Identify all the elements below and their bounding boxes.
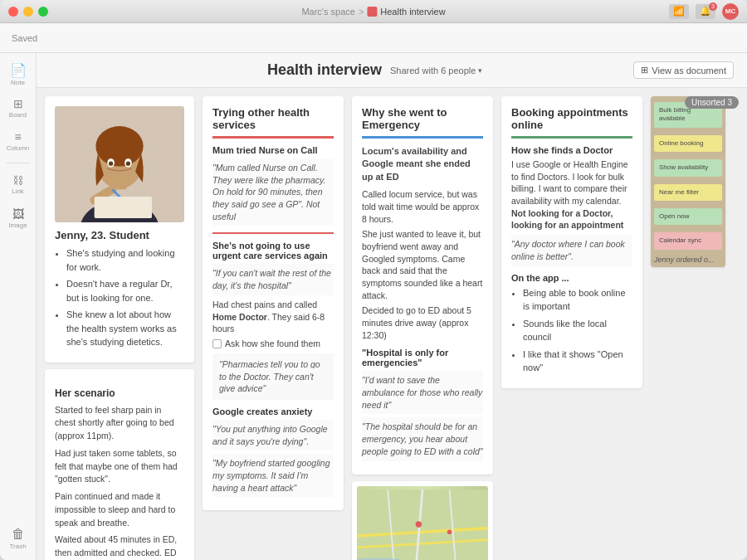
hospital-quote-2: "The hospital should be for an emergency… [362, 417, 483, 460]
svg-point-8 [126, 162, 130, 166]
checkbox-input[interactable] [212, 339, 222, 348]
svg-point-4 [95, 126, 143, 167]
ed-text-1: Called locum service, but was told wait … [362, 188, 483, 225]
app-heading: On the app ... [511, 273, 632, 283]
left-sidebar: 📄 Note ⊞ Board ≡ Column ⛓ Link 🖼 Image [0, 53, 37, 560]
close-button[interactable] [8, 7, 18, 17]
scenario-para-1: Started to feel sharp pain in chest shor… [55, 404, 184, 443]
page-header-center: Health interview Shared with 6 people ▾ [267, 61, 482, 79]
note-icon: 📄 [10, 64, 27, 77]
ed-bold-heading: Locum's availability and Google meant sh… [362, 145, 483, 183]
sidebar-item-trash[interactable]: 🗑 Trash [3, 523, 33, 553]
page-title: Health interview [267, 61, 382, 79]
hospital-quote-1: "I'd want to save the ambulance for thos… [362, 371, 483, 414]
app-bullets: Being able to book online is important S… [511, 286, 632, 375]
shared-caret-icon[interactable]: ▾ [478, 66, 482, 75]
profile-photo [55, 106, 184, 222]
scenario-para-2: Had just taken some tablets, so felt tha… [55, 447, 184, 486]
emergency-card: Why she went to Emergency Locum's availa… [352, 96, 493, 475]
photo-card: Bulk billing available Online booking Sh… [651, 96, 725, 267]
view-as-doc-button[interactable]: ⊞ View as document [633, 61, 734, 79]
app-bullet-3: I like that it shows "Open now" [523, 348, 632, 375]
title-bar-right: 📶 🔔 3 MC [669, 3, 739, 20]
sticky-note-4: Near me filter [654, 184, 722, 201]
profile-bullet-3: She knew a lot about how the health syst… [66, 308, 184, 349]
map-card [352, 481, 493, 560]
scenario-heading: Her scenario [55, 387, 184, 399]
sticky-note-3: Show availability [654, 159, 722, 176]
ed-text-3: Decided to go to ED about 5 minutes driv… [362, 304, 483, 341]
emergency-card-title: Why she went to Emergency [362, 106, 483, 139]
sidebar-item-board[interactable]: ⊞ Board [3, 93, 33, 123]
minimize-button[interactable] [23, 7, 33, 17]
svg-point-7 [109, 162, 113, 166]
profile-bullet-2: Doesn't have a regular Dr, but is lookin… [66, 277, 184, 304]
toolbar: Saved [0, 23, 747, 53]
sidebar-item-image[interactable]: 🖼 Image [3, 203, 33, 233]
board-scroll: Jenny, 23. Student She's studying and lo… [37, 88, 747, 560]
trying-column: Trying other health services Mum tried N… [203, 96, 344, 560]
breadcrumb-space: Marc's space [301, 7, 354, 17]
ed-heading-text: Locum's availability and Google meant sh… [362, 146, 471, 182]
google-quote-2: "My boyfriend started googling my sympto… [212, 454, 334, 497]
home-doctor-bold: Home Doctor [212, 312, 267, 322]
sticky-note-5: Open now [654, 208, 722, 225]
app-bullet-2: Sounds like the local council [523, 317, 632, 344]
maximize-button[interactable] [38, 7, 48, 17]
saved-label: Saved [12, 33, 37, 43]
shared-label: Shared with 6 people [390, 66, 476, 75]
board-label: Board [9, 111, 27, 119]
sticky-notes-area: Bulk billing available Online booking Sh… [654, 100, 722, 252]
image-label: Image [8, 222, 27, 229]
booking-column: Booking appointments online How she find… [501, 96, 642, 560]
emergency-column: Why she went to Emergency Locum's availa… [352, 96, 493, 560]
red-divider [212, 232, 334, 234]
page-header: Health interview Shared with 6 people ▾ … [37, 53, 747, 88]
doctor-bold-text: Not looking for a Doctor, looking for an… [511, 208, 623, 231]
board-icon: ⊞ [13, 98, 23, 110]
sidebar-item-column[interactable]: ≡ Column [3, 126, 33, 156]
google-heading: Google creates anxiety [212, 407, 334, 416]
hospital-only-heading: "Hospital is only for emergencies" [362, 348, 483, 368]
nurse-quote: "Mum called Nurse on Call. They were lik… [212, 158, 334, 226]
sidebar-item-note[interactable]: 📄 Note [3, 60, 33, 90]
checkbox-row[interactable]: Ask how she found them [212, 338, 334, 348]
link-icon: ⛓ [12, 175, 23, 186]
scenario-card: Her scenario Started to feel sharp pain … [45, 369, 194, 561]
scenario-para-3: Pain continued and made it impossible to… [55, 490, 184, 529]
svg-rect-10 [95, 197, 152, 218]
doctor-text: I use Google or Health Engine to find Do… [511, 158, 632, 231]
trying-card: Trying other health services Mum tried N… [203, 96, 344, 510]
photo-column: Bulk billing available Online booking Sh… [651, 96, 725, 560]
checkbox-label-text: Ask how she found them [225, 338, 320, 348]
view-doc-icon: ⊞ [641, 65, 648, 75]
booking-card-title: Booking appointments online [511, 106, 632, 139]
doctor-quote: "Any doctor where I can book online is b… [511, 235, 632, 265]
main-area: 📄 Note ⊞ Board ≡ Column ⛓ Link 🖼 Image [0, 53, 747, 560]
trash-label: Trash [9, 543, 26, 550]
urgent-care-heading: She's not going to use urgent care servi… [212, 241, 334, 261]
profile-bullet-1: She's studying and looking for work. [66, 246, 184, 274]
doctor-heading: How she finds a Doctor [511, 145, 632, 155]
column-label: Column [7, 144, 30, 152]
google-quote-1: "You put anything into Google and it say… [212, 420, 334, 450]
sidebar-item-link[interactable]: ⛓ Link [3, 170, 33, 200]
breadcrumb-title: Health interview [380, 7, 445, 17]
jenny-caption: Jenny ordered o... [654, 256, 722, 264]
user-avatar[interactable]: MC [722, 3, 739, 20]
trying-card-title: Trying other health services [212, 106, 334, 139]
breadcrumb: Marc's space > Health interview [301, 7, 445, 17]
page-icon [367, 7, 377, 17]
scenario-para-4: Waited about 45 minutes in ED, then admi… [55, 533, 184, 560]
booking-card: Booking appointments online How she find… [501, 96, 642, 388]
nurse-bold: Nurse on Call [259, 145, 318, 155]
notifications-icon[interactable]: 🔔 3 [696, 4, 715, 19]
pharmacies-quote: "Pharmacies tell you to go to the Doctor… [219, 356, 320, 397]
breadcrumb-separator: > [359, 7, 364, 17]
shared-badge: Shared with 6 people ▾ [390, 66, 482, 75]
sticky-note-2: Online booking [654, 135, 722, 152]
board-area[interactable]: Unsorted 3 [37, 88, 747, 560]
home-doctor-text: Had chest pains and called Home Doctor. … [212, 299, 334, 335]
breadcrumb-page: Health interview [367, 7, 445, 17]
note-label: Note [11, 79, 25, 86]
